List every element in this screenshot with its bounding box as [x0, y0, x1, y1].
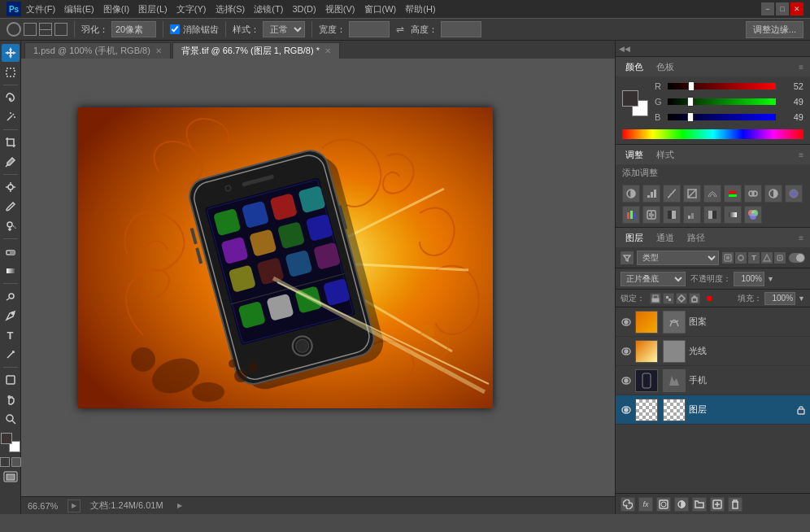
- posterize-icon[interactable]: [683, 206, 701, 224]
- layer-item-pattern[interactable]: 图案: [616, 307, 810, 337]
- styles-tab[interactable]: 样式: [653, 149, 677, 161]
- navigate-forward-button[interactable]: ▶: [173, 499, 186, 512]
- bw-icon[interactable]: [764, 185, 782, 203]
- magic-wand-button[interactable]: [2, 108, 20, 126]
- close-button[interactable]: ✕: [790, 2, 803, 15]
- screen-mode-button[interactable]: [3, 471, 18, 485]
- fg-color-swatch[interactable]: [1, 433, 12, 444]
- zoom-controls[interactable]: ▶: [68, 499, 81, 512]
- fg-bg-color-swatch[interactable]: [1, 433, 20, 452]
- menu-window[interactable]: 窗口(W): [364, 4, 397, 14]
- curves-icon[interactable]: [663, 185, 681, 203]
- text-tool-button[interactable]: T: [2, 326, 20, 344]
- selective-color-icon[interactable]: [744, 206, 762, 224]
- adj-panel-options[interactable]: ≡: [799, 150, 803, 159]
- fill-input[interactable]: [764, 292, 795, 305]
- quick-mask-button[interactable]: [11, 457, 21, 467]
- shape-tool-button[interactable]: [2, 371, 20, 389]
- clone-stamp-button[interactable]: [2, 217, 20, 235]
- crop-tool-button[interactable]: [2, 133, 20, 151]
- pen-tool-button[interactable]: [2, 307, 20, 325]
- maximize-button[interactable]: □: [776, 2, 789, 15]
- rect-tool-icon[interactable]: [24, 23, 37, 36]
- levels-icon[interactable]: [642, 185, 660, 203]
- lasso-tool-button[interactable]: [2, 89, 20, 107]
- menu-file[interactable]: 文件(F): [26, 4, 55, 14]
- filter-pixel-icon[interactable]: [722, 252, 734, 264]
- add-mask-button[interactable]: [656, 497, 671, 512]
- filter-smart-object-icon[interactable]: [774, 252, 786, 264]
- hand-tool-button[interactable]: [2, 390, 20, 408]
- refine-edge-button[interactable]: 调整边缘...: [746, 21, 803, 38]
- threshold-icon[interactable]: [703, 206, 721, 224]
- gradient-map-icon[interactable]: [724, 206, 742, 224]
- dodge-tool-button[interactable]: [2, 287, 20, 305]
- style-select[interactable]: 正常: [263, 21, 305, 37]
- vibrance-icon[interactable]: [703, 185, 721, 203]
- filter-text-icon[interactable]: T: [748, 252, 760, 264]
- minimize-button[interactable]: −: [761, 2, 774, 15]
- opacity-arrow[interactable]: ▼: [767, 275, 774, 283]
- layer-pattern-visibility[interactable]: [621, 316, 632, 328]
- brightness-contrast-icon[interactable]: [622, 185, 640, 203]
- opacity-input[interactable]: [734, 272, 764, 286]
- menu-image[interactable]: 图像(I): [103, 4, 129, 14]
- feather-input[interactable]: [111, 21, 156, 37]
- paths-tab[interactable]: 路径: [684, 232, 708, 244]
- color-lookup-icon[interactable]: [642, 206, 660, 224]
- brush-tool-button[interactable]: [2, 198, 20, 216]
- red-slider-track[interactable]: [668, 83, 776, 89]
- path-select-button[interactable]: [2, 346, 20, 364]
- channels-tab[interactable]: 通道: [653, 232, 677, 244]
- standard-mode-button[interactable]: [0, 457, 10, 467]
- layers-tab[interactable]: 图层: [622, 232, 647, 244]
- layers-panel-options[interactable]: ≡: [799, 233, 803, 242]
- color-panel-options[interactable]: ≡: [799, 63, 803, 72]
- menu-help[interactable]: 帮助(H): [405, 4, 435, 14]
- tab-background-close[interactable]: ✕: [324, 46, 331, 55]
- layer-fx-button[interactable]: fx: [638, 497, 653, 512]
- selection-tool-button[interactable]: [2, 63, 20, 81]
- tab-1psd-close[interactable]: ✕: [155, 46, 162, 55]
- lock-pixels-icon[interactable]: [663, 293, 674, 304]
- menu-text[interactable]: 文字(Y): [176, 4, 207, 14]
- red-slider-thumb[interactable]: [688, 81, 695, 91]
- layer-base-visibility[interactable]: [621, 404, 632, 416]
- tab-background-tif[interactable]: 背景.tif @ 66.7% (图层 1, RGB/8) * ✕: [172, 42, 340, 59]
- delete-layer-button[interactable]: [728, 497, 742, 512]
- filter-toggle[interactable]: [789, 253, 805, 263]
- menu-layer[interactable]: 图层(L): [138, 4, 167, 14]
- menu-select[interactable]: 选择(S): [216, 4, 246, 14]
- lock-position-icon[interactable]: [676, 293, 687, 304]
- layer-light-visibility[interactable]: [621, 346, 632, 357]
- foreground-color-box[interactable]: [622, 90, 638, 107]
- blend-mode-select[interactable]: 正片叠底: [621, 272, 686, 286]
- lock-transparent-icon[interactable]: [650, 293, 661, 304]
- exposure-icon[interactable]: [683, 185, 701, 203]
- layer-item-phone[interactable]: 手机: [616, 366, 810, 395]
- blue-slider-track[interactable]: [668, 114, 776, 120]
- width-input[interactable]: [349, 21, 390, 37]
- menu-view[interactable]: 视图(V): [325, 4, 355, 14]
- swap-dimensions-icon[interactable]: ⇌: [396, 24, 404, 35]
- single-row-tool-icon[interactable]: [39, 23, 52, 36]
- menu-3d[interactable]: 3D(D): [292, 4, 316, 14]
- panel-collapse-icon[interactable]: ◀◀: [619, 45, 630, 53]
- photo-filter-icon[interactable]: [785, 185, 803, 203]
- channel-mixer-icon[interactable]: [622, 206, 640, 224]
- layer-link-button[interactable]: [621, 497, 635, 512]
- swatches-tab[interactable]: 色板: [653, 61, 677, 73]
- green-slider-track[interactable]: [668, 98, 776, 105]
- fg-bg-colors[interactable]: [622, 90, 648, 116]
- menu-filter[interactable]: 滤镜(T): [254, 4, 283, 14]
- hue-saturation-icon[interactable]: [724, 185, 742, 203]
- move-tool-button[interactable]: [2, 44, 20, 62]
- green-slider-thumb[interactable]: [687, 97, 694, 107]
- ellipse-tool-icon[interactable]: [7, 22, 21, 37]
- color-balance-icon[interactable]: [744, 185, 762, 203]
- tab-1psd[interactable]: 1.psd @ 100% (手机, RGB/8) ✕: [24, 42, 171, 59]
- eyedropper-button[interactable]: [2, 153, 20, 171]
- color-spectrum-bar[interactable]: [622, 129, 803, 139]
- layer-item-base[interactable]: 图层: [616, 395, 810, 425]
- layer-item-light[interactable]: 光线: [616, 337, 810, 366]
